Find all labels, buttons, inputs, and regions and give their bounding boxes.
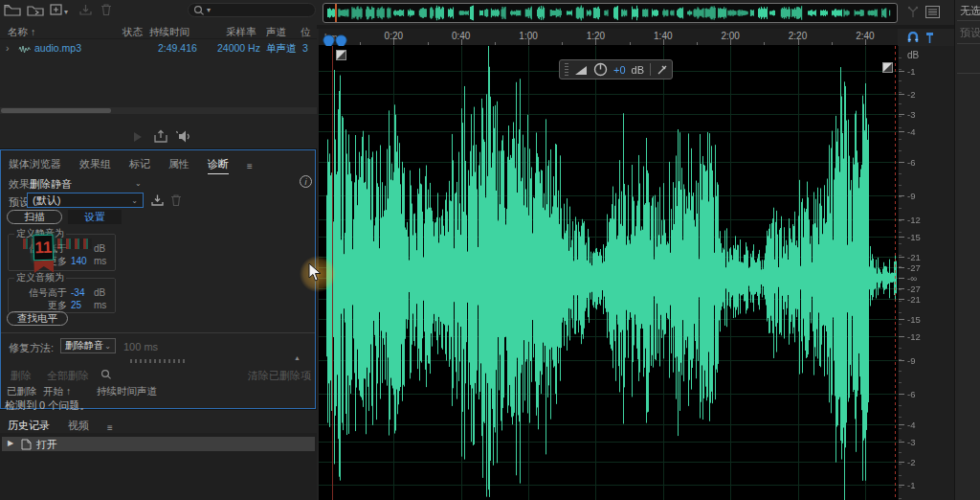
db-label: -12	[907, 331, 921, 342]
new-item-caret-icon[interactable]: ▾	[64, 8, 68, 16]
file-column-header[interactable]: 声道	[266, 26, 286, 39]
db-label: -27	[907, 284, 921, 294]
tab-属性[interactable]: 属性	[168, 157, 189, 174]
timeline-label: 1:20	[576, 31, 614, 41]
horizontal-scrollbar[interactable]	[0, 107, 317, 114]
db-tick	[899, 139, 902, 140]
waveform-display[interactable]	[319, 46, 898, 500]
delete-preset-icon	[170, 193, 182, 207]
badge-number: 11	[33, 235, 54, 261]
repair-method-dropdown[interactable]: 删除静音 ⌄	[60, 338, 116, 353]
delete-all-button[interactable]: 全部删除	[47, 369, 89, 383]
save-icon	[78, 3, 93, 16]
db-tick	[899, 348, 902, 349]
db-ruler[interactable]: dB -1-1-2-2-3-3-4-4-6-6-9-9-12-12-15-15-…	[898, 46, 954, 500]
audio-duration-value[interactable]: 25	[71, 300, 94, 310]
scrollbar-thumb[interactable]	[1, 108, 111, 113]
collapse-arrow-icon[interactable]: ▲	[294, 354, 301, 361]
timeline-tick	[360, 42, 361, 45]
volume-ramp-icon[interactable]	[574, 64, 588, 76]
search-caret-icon: ▾	[207, 6, 211, 14]
list-menu-icon[interactable]	[925, 6, 940, 18]
waveform-canvas	[319, 46, 898, 500]
search-input[interactable]: ▾	[188, 3, 316, 17]
scan-button[interactable]: 扫描	[7, 210, 62, 224]
ruler-corner	[898, 29, 954, 46]
timeline-label: 2:40	[846, 31, 884, 41]
result-column-header[interactable]: 开始 ↑	[43, 385, 71, 398]
gain-hud[interactable]: +0 dB	[559, 59, 673, 80]
effect-dropdown-caret-icon[interactable]: ⌄	[135, 179, 142, 188]
pin-hud-icon[interactable]	[657, 64, 667, 76]
save-preset-icon[interactable]	[150, 193, 165, 207]
timeline-label: 0:20	[374, 31, 412, 41]
result-column-header[interactable]: 已删除	[7, 385, 37, 398]
history-list: ▶ 打开	[0, 433, 317, 500]
overview-strip[interactable]	[323, 3, 898, 23]
info-icon[interactable]: i	[300, 175, 312, 188]
history-item-open[interactable]: ▶ 打开	[2, 437, 315, 451]
effect-dropdown[interactable]: 删除静音	[30, 177, 72, 192]
tab-标记[interactable]: 标记	[129, 157, 150, 174]
panel-menu-icon[interactable]: ≡	[247, 161, 253, 171]
transport-bar	[0, 128, 317, 146]
db-label: -4	[907, 126, 915, 137]
db-tick	[899, 103, 902, 104]
overview-playhead[interactable]	[335, 4, 337, 23]
db-tick	[899, 94, 904, 95]
history-menu-icon[interactable]: ≡	[107, 422, 113, 433]
marker-pin-icon[interactable]	[924, 32, 935, 44]
gain-value[interactable]: +0	[613, 64, 626, 76]
db-tick	[899, 452, 902, 453]
delete-button[interactable]: 删除	[11, 369, 32, 383]
export-button[interactable]	[153, 129, 168, 144]
open-folder-icon[interactable]	[4, 3, 21, 16]
new-item-icon[interactable]	[50, 3, 63, 16]
result-column-header[interactable]: 声道	[137, 385, 157, 398]
db-label: -15	[907, 232, 921, 242]
file-column-header[interactable]: 持续时间	[149, 26, 189, 39]
silence-duration-value[interactable]: 140	[71, 256, 94, 266]
tab-诊断[interactable]: 诊断	[208, 157, 229, 174]
file-column-header[interactable]: 名称 ↑	[8, 26, 35, 39]
hud-grip-icon[interactable]	[565, 63, 568, 76]
clip-gain-grabber-right[interactable]	[882, 62, 893, 73]
file-column-header[interactable]: 采样率	[226, 26, 256, 39]
gain-knob-icon[interactable]	[593, 62, 608, 77]
files-panel: ▾ ▾ 名称 ↑状态持续时间采样率声道位 › audio.mp32:49.416…	[0, 0, 317, 148]
import-folder-icon[interactable]	[27, 3, 45, 16]
db-tick	[899, 336, 904, 337]
autoplay-speaker-icon[interactable]	[174, 129, 191, 144]
timeline-label: 1:40	[644, 31, 682, 41]
preset-dropdown[interactable]: (默认) ⌄	[27, 193, 144, 208]
mouse-cursor	[308, 262, 323, 283]
db-label: -6	[907, 157, 915, 168]
diagnostics-tabbar: 媒体浏览器效果组标记属性诊断	[9, 157, 229, 174]
file-list-header[interactable]: 名称 ↑状态持续时间采样率声道位	[0, 25, 317, 39]
magnet-snap-icon[interactable]	[906, 32, 920, 44]
db-tick	[899, 299, 904, 300]
find-levels-button[interactable]: 查找电平	[7, 311, 68, 326]
db-label: -6	[907, 389, 915, 399]
tab-效果组[interactable]: 效果组	[79, 157, 111, 174]
search-results-icon[interactable]	[100, 369, 112, 380]
expand-chevron-icon[interactable]: ›	[6, 42, 10, 54]
file-column-header[interactable]: 状态	[122, 26, 143, 39]
tab-媒体浏览器[interactable]: 媒体浏览器	[9, 157, 61, 174]
db-tick	[899, 417, 902, 418]
audio-group-legend: 定义音频为	[14, 271, 66, 284]
adaptive-icon[interactable]	[906, 6, 920, 18]
splitter-handle[interactable]	[130, 359, 186, 363]
result-column-header[interactable]: 持续时间	[97, 385, 137, 398]
silence-definition-group: 定义静音为 信号低于 dB 更多 140 ms	[8, 227, 116, 271]
timeline-ruler[interactable]: hms 0:200:401:001:201:402:002:202:40	[319, 29, 898, 46]
audio-threshold-label: 信号高于	[29, 286, 67, 300]
db-tick	[899, 319, 904, 320]
audio-threshold-value[interactable]: -34	[71, 287, 94, 298]
file-row[interactable]: › audio.mp32:49.41624000 Hz单声道3	[0, 42, 317, 57]
clear-deleted-button[interactable]: 清除已删除项	[248, 369, 311, 383]
file-column-header[interactable]: 位	[301, 26, 311, 39]
play-button[interactable]	[134, 132, 142, 142]
clip-gain-grabber-left[interactable]	[336, 50, 346, 60]
settings-button[interactable]: 设置	[68, 210, 122, 224]
